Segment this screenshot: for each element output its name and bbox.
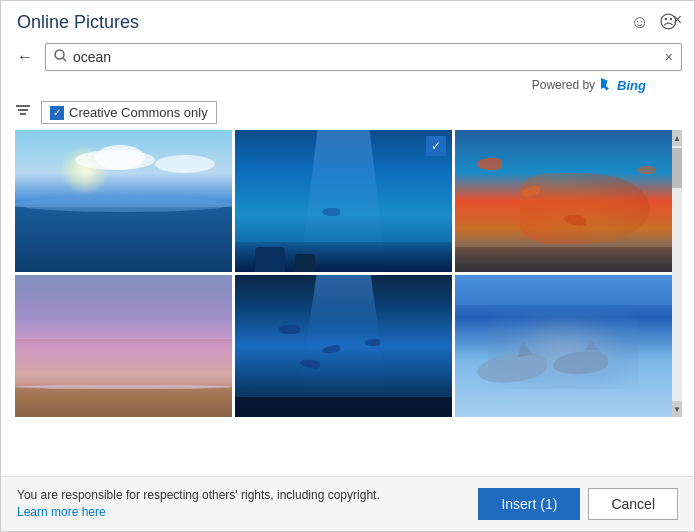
image-grid-wrap: ✓ <box>1 130 694 417</box>
learn-more-link[interactable]: Learn more here <box>17 505 106 519</box>
svg-point-0 <box>55 50 64 59</box>
powered-by-row: Powered by Bing <box>1 75 694 97</box>
svg-line-1 <box>63 58 66 61</box>
title-bar-icons: ☺ ☹ <box>631 11 678 33</box>
search-input[interactable] <box>73 49 659 65</box>
image-selected-indicator: ✓ <box>426 136 446 156</box>
check-mark-icon: ✓ <box>53 107 61 118</box>
scroll-thumb[interactable] <box>672 148 682 188</box>
scroll-up-button[interactable]: ▲ <box>672 130 682 146</box>
bing-text: Bing <box>617 78 646 93</box>
disclaimer-message: You are responsible for respecting other… <box>17 488 380 502</box>
cc-only-checkbox[interactable]: ✓ Creative Commons only <box>41 101 217 124</box>
image-item-2[interactable]: ✓ <box>235 130 452 272</box>
search-icon <box>54 49 67 65</box>
smiley-icon[interactable]: ☺ <box>631 12 649 33</box>
image-grid: ✓ <box>15 130 672 417</box>
insert-button[interactable]: Insert (1) <box>478 488 580 520</box>
scroll-down-button[interactable]: ▼ <box>672 401 682 417</box>
disclaimer-text: You are responsible for respecting other… <box>17 487 397 521</box>
search-box: × <box>45 43 682 71</box>
bottom-buttons: Insert (1) Cancel <box>478 488 678 520</box>
dialog-title: Online Pictures <box>17 12 139 33</box>
image-item-3[interactable] <box>455 130 672 272</box>
cc-label: Creative Commons only <box>69 105 208 120</box>
cancel-button[interactable]: Cancel <box>588 488 678 520</box>
vertical-scrollbar[interactable]: ▲ ▼ <box>672 130 682 417</box>
bottom-bar: You are responsible for respecting other… <box>1 476 694 531</box>
image-item-1[interactable] <box>15 130 232 272</box>
bing-logo: Bing <box>599 77 646 93</box>
clear-search-button[interactable]: × <box>665 49 673 65</box>
cc-checkbox-indicator: ✓ <box>50 106 64 120</box>
filter-icon[interactable] <box>15 104 31 121</box>
image-item-4[interactable] <box>15 275 232 417</box>
image-item-6[interactable] <box>455 275 672 417</box>
powered-by-label: Powered by <box>532 78 595 92</box>
image-item-5[interactable] <box>235 275 452 417</box>
back-button[interactable]: ← <box>13 46 37 68</box>
search-row: ← × <box>1 39 694 75</box>
title-bar: Online Pictures ☺ ☹ <box>1 1 694 39</box>
close-button[interactable]: × <box>673 11 682 29</box>
filter-row: ✓ Creative Commons only <box>1 97 694 130</box>
